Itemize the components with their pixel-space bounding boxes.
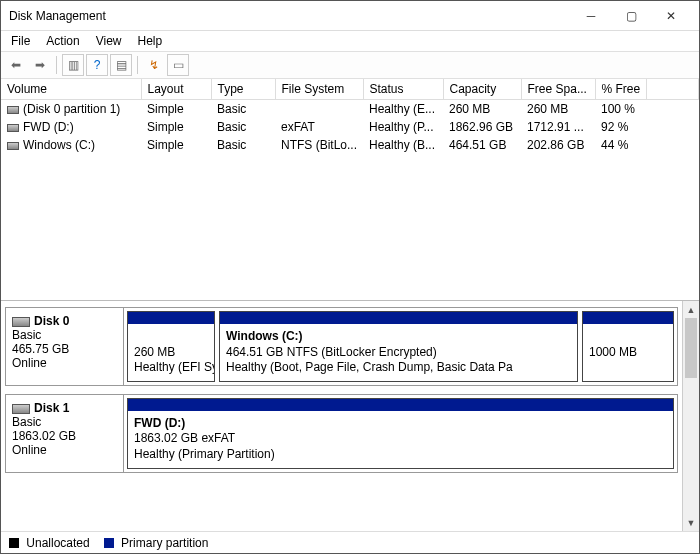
col-free[interactable]: Free Spa...	[521, 79, 595, 100]
disk-icon	[12, 317, 30, 327]
col-capacity[interactable]: Capacity	[443, 79, 521, 100]
scroll-thumb[interactable]	[685, 318, 697, 378]
scrollbar[interactable]: ▲ ▼	[682, 301, 699, 531]
col-layout[interactable]: Layout	[141, 79, 211, 100]
window-controls: ─ ▢ ✕	[571, 2, 691, 30]
volume-icon	[7, 124, 19, 132]
disk-row: Disk 1Basic1863.02 GBOnlineFWD (D:)1863.…	[5, 394, 678, 473]
disk-map-pane: Disk 0Basic465.75 GBOnline 260 MBHealthy…	[1, 301, 699, 531]
menu-action[interactable]: Action	[40, 32, 85, 50]
toolbar-icon-3[interactable]: ▤	[110, 54, 132, 76]
legend-primary-swatch	[104, 538, 114, 548]
partition[interactable]: Windows (C:)464.51 GB NTFS (BitLocker En…	[219, 311, 578, 382]
volume-table: Volume Layout Type File System Status Ca…	[1, 79, 699, 154]
forward-icon[interactable]: ➡	[29, 54, 51, 76]
menu-file[interactable]: File	[5, 32, 36, 50]
toolbar-icon-5[interactable]: ▭	[167, 54, 189, 76]
partition[interactable]: 1000 MB	[582, 311, 674, 382]
col-blank	[647, 79, 699, 100]
partition[interactable]: FWD (D:)1863.02 GB exFATHealthy (Primary…	[127, 398, 674, 469]
minimize-button[interactable]: ─	[571, 2, 611, 30]
volume-icon	[7, 106, 19, 114]
menubar: File Action View Help	[1, 31, 699, 51]
separator	[137, 56, 138, 74]
table-row[interactable]: FWD (D:)SimpleBasicexFATHealthy (P...186…	[1, 118, 699, 136]
col-status[interactable]: Status	[363, 79, 443, 100]
disk-info[interactable]: Disk 0Basic465.75 GBOnline	[6, 308, 124, 385]
partition-stripe	[128, 312, 214, 324]
back-icon[interactable]: ⬅	[5, 54, 27, 76]
column-headers: Volume Layout Type File System Status Ca…	[1, 79, 699, 100]
table-row[interactable]: (Disk 0 partition 1)SimpleBasicHealthy (…	[1, 100, 699, 119]
volume-list-pane: Volume Layout Type File System Status Ca…	[1, 79, 699, 301]
separator	[56, 56, 57, 74]
col-type[interactable]: Type	[211, 79, 275, 100]
titlebar: Disk Management ─ ▢ ✕	[1, 1, 699, 31]
col-pct[interactable]: % Free	[595, 79, 647, 100]
disk-management-window: Disk Management ─ ▢ ✕ File Action View H…	[0, 0, 700, 554]
volume-icon	[7, 142, 19, 150]
toolbar: ⬅ ➡ ▥ ? ▤ ↯ ▭	[1, 51, 699, 79]
maximize-button[interactable]: ▢	[611, 2, 651, 30]
col-fs[interactable]: File System	[275, 79, 363, 100]
legend-unallocated: Unallocated	[9, 536, 90, 550]
scroll-up-icon[interactable]: ▲	[683, 301, 699, 318]
disk-icon	[12, 404, 30, 414]
table-row[interactable]: Windows (C:)SimpleBasicNTFS (BitLo...Hea…	[1, 136, 699, 154]
menu-view[interactable]: View	[90, 32, 128, 50]
col-volume[interactable]: Volume	[1, 79, 141, 100]
close-button[interactable]: ✕	[651, 2, 691, 30]
disk-info[interactable]: Disk 1Basic1863.02 GBOnline	[6, 395, 124, 472]
toolbar-icon-1[interactable]: ▥	[62, 54, 84, 76]
legend-unallocated-swatch	[9, 538, 19, 548]
legend-primary: Primary partition	[104, 536, 209, 550]
toolbar-icon-4[interactable]: ↯	[143, 54, 165, 76]
partition-stripe	[583, 312, 673, 324]
window-title: Disk Management	[9, 9, 571, 23]
partition-stripe	[128, 399, 673, 411]
partition-stripe	[220, 312, 577, 324]
legend: Unallocated Primary partition	[1, 531, 699, 553]
toolbar-icon-2[interactable]: ?	[86, 54, 108, 76]
menu-help[interactable]: Help	[132, 32, 169, 50]
scroll-down-icon[interactable]: ▼	[683, 514, 699, 531]
partition[interactable]: 260 MBHealthy (EFI System	[127, 311, 215, 382]
disk-row: Disk 0Basic465.75 GBOnline 260 MBHealthy…	[5, 307, 678, 386]
